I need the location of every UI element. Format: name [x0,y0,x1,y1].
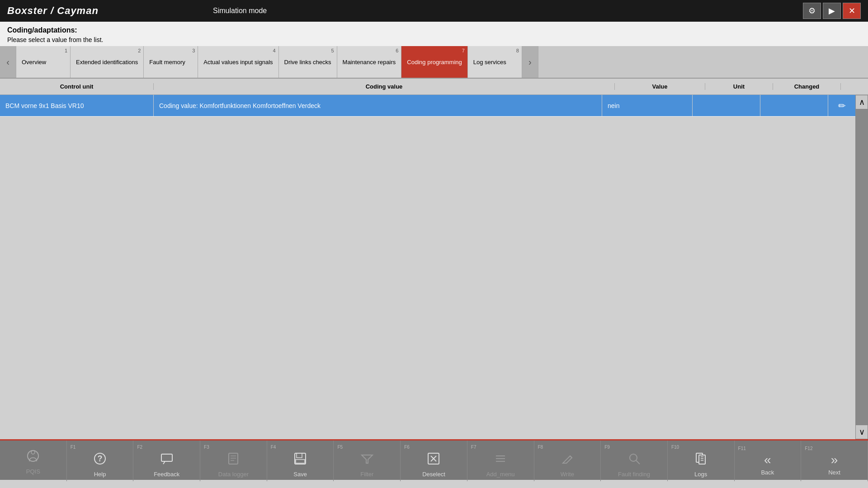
simulation-mode-label: Simulation mode [204,7,803,15]
footer-btn-save[interactable]: F4 Save [267,441,334,481]
page-title: Coding/adaptations: [7,26,861,34]
tab-num-6: 6 [396,48,398,53]
play-button[interactable]: ▶ [823,3,841,19]
table-row[interactable]: BCM vorne 9x1 Basis VR10 Coding value: K… [0,95,855,117]
table-body: BCM vorne 9x1 Basis VR10 Coding value: K… [0,95,855,439]
add-menu-icon [493,451,508,469]
tab-overview[interactable]: 1 Overview [16,46,71,78]
tab-num-5: 5 [331,48,334,53]
titlebar: Boxster / Cayman Simulation mode ⚙ ▶ ✕ [0,0,868,22]
tab-label-6: Maintenance repairs [343,59,396,66]
footer-btn-addmenu: F7 Add_menu [467,441,534,481]
footer-label-feedback: Feedback [154,471,179,478]
footer-label-logs: Logs [694,471,707,478]
tab-num-2: 2 [138,48,141,53]
footer-btn-datalogger: F3 Data logger [200,441,267,481]
footer-label-save: Save [293,471,307,478]
edit-icon: ✏ [838,100,846,111]
footer-label-datalogger: Data logger [218,471,249,478]
back-icon: « [764,453,771,467]
footer-label-deselect: Deselect [422,471,445,478]
cell-value: nein [602,95,693,116]
tab-drive-links[interactable]: 5 Drive links checks [279,46,337,78]
tab-actual-values[interactable]: 4 Actual values input signals [198,46,278,78]
fkey-label-faultfinding: F9 [604,445,610,450]
save-icon [293,451,307,469]
svg-point-1 [31,450,35,454]
tab-num-4: 4 [273,48,275,53]
scroll-area: BCM vorne 9x1 Basis VR10 Coding value: K… [0,95,868,439]
svg-rect-10 [297,453,302,458]
close-button[interactable]: ✕ [843,3,861,19]
footer-btn-next[interactable]: F12 » Next [801,441,868,481]
cell-coding-value: Coding value: Komfortfunktionen Komforto… [154,95,602,116]
footer-btn-write: F8 Write [534,441,601,481]
help-icon: ? [93,451,107,469]
fault-finding-icon [627,451,642,469]
app-logo: Boxster / Cayman [7,5,204,17]
header-area: Coding/adaptations: Please select a valu… [0,22,868,46]
scroll-up-button[interactable]: ∧ [855,95,868,109]
tab-extended-identifications[interactable]: 2 Extended identifications [71,46,144,78]
svg-rect-11 [296,460,305,463]
tabs-container: ‹ 1 Overview 2 Extended identifications … [0,46,868,79]
footer-btn-back[interactable]: F11 « Back [735,441,802,481]
fkey-label-deselect: F6 [404,445,410,450]
tab-num-3: 3 [192,48,195,53]
tab-label-7: Coding programming [407,59,462,66]
fkey-label-filter: F5 [337,445,343,450]
fkey-label-write: F8 [538,445,543,450]
footer: PQIS F1 ? Help F2 Feedback F3 [0,439,868,480]
tab-label-4: Actual values input signals [203,59,273,66]
svg-rect-21 [699,455,705,464]
svg-rect-4 [161,454,172,461]
cell-unit [693,95,760,116]
footer-label-filter: Filter [360,471,373,478]
footer-label-help: Help [94,471,106,478]
scroll-down-button[interactable]: ∨ [855,425,868,439]
footer-btn-help[interactable]: F1 ? Help [67,441,134,481]
footer-label-write: Write [561,471,574,478]
scroll-track[interactable] [855,109,868,425]
fkey-label-logs: F10 [671,445,679,450]
footer-btn-faultfinding: F9 Fault finding [601,441,668,481]
fkey-label-save: F4 [271,445,276,450]
col-header-coding-value: Coding value [154,83,615,90]
page-subtitle: Please select a value from the list. [7,36,861,43]
tab-coding-programming[interactable]: 7 Coding programming [401,46,467,78]
tab-prev-arrow[interactable]: ‹ [0,46,16,78]
footer-btn-filter: F5 Filter [334,441,401,481]
footer-btn-deselect[interactable]: F6 Deselect [401,441,467,481]
fkey-label-help: F1 [71,445,76,450]
feedback-icon [160,451,174,469]
col-header-unit: Unit [705,83,773,90]
footer-label-back: Back [761,469,774,476]
footer-label-addmenu: Add_menu [486,471,515,478]
svg-rect-5 [229,453,238,464]
footer-label-pqis: PQIS [26,468,40,475]
svg-text:?: ? [98,454,103,463]
tab-label-5: Drive links checks [284,59,331,66]
tab-label-1: Overview [22,59,65,66]
tab-fault-memory[interactable]: 3 Fault memory [144,46,198,78]
tab-label-3: Fault memory [149,59,192,66]
tab-label-8: Log services [473,59,516,66]
tab-maintenance[interactable]: 6 Maintenance repairs [337,46,402,78]
cell-changed [760,95,828,116]
footer-label-next: Next [828,469,840,476]
tab-next-arrow[interactable]: › [522,46,538,78]
footer-btn-feedback[interactable]: F2 Feedback [133,441,200,481]
scrollbar[interactable]: ∧ ∨ [855,95,868,439]
logs-icon [693,451,708,469]
data-logger-icon [226,451,241,469]
col-header-changed: Changed [773,83,841,90]
titlebar-icons: ⚙ ▶ ✕ [803,3,861,19]
fkey-label-next: F12 [805,446,812,451]
settings-button[interactable]: ⚙ [803,3,821,19]
footer-label-faultfinding: Fault finding [618,471,650,478]
footer-btn-logs[interactable]: F10 Logs [668,441,735,481]
tab-log-services[interactable]: 8 Log services [468,46,522,78]
svg-point-18 [630,454,637,461]
table-header: Control unit Coding value Value Unit Cha… [0,79,868,95]
cell-edit-action[interactable]: ✏ [828,95,855,116]
